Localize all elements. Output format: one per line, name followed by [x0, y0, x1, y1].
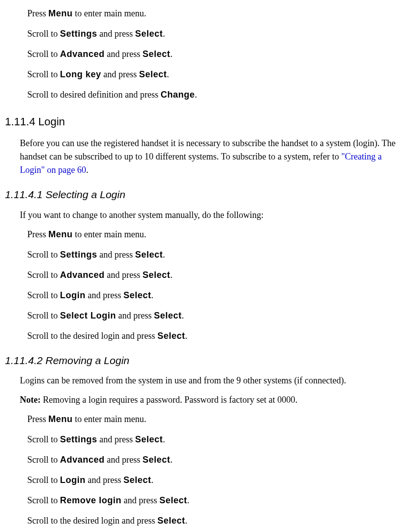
menu-key: Login [60, 475, 85, 485]
menu-key: Select [143, 49, 171, 59]
step-text: and press [85, 290, 121, 300]
menu-key: Menu [49, 229, 73, 239]
menu-key: Select [123, 475, 151, 485]
step-text: Scroll to desired definition and press [27, 90, 158, 100]
step-text: and press [105, 455, 140, 465]
step-text: . [163, 29, 166, 39]
menu-key: Select [160, 495, 187, 505]
menu-key: Menu [49, 414, 73, 424]
step-item: Press Menu to enter main menu. [27, 7, 396, 20]
step-text: . [163, 434, 166, 444]
step-item: Scroll to Settings and press Select. [27, 433, 396, 446]
step-text: and press [97, 250, 133, 260]
step-text: Scroll to [27, 250, 58, 260]
step-item: Scroll to the desired login and press Se… [27, 329, 396, 343]
removing-login-heading: 1.11.4.2 Removing a Login [5, 353, 396, 369]
menu-key: Menu [49, 8, 73, 18]
selecting-login-heading: 1.11.4.1 Selecting a Login [5, 187, 396, 203]
step-text: to enter main menu. [73, 229, 146, 239]
step-text: and press [97, 29, 133, 39]
step-text: Press [27, 414, 46, 424]
step-text: and press [105, 49, 140, 59]
step-text: and press [97, 434, 133, 444]
step-text: . [185, 516, 188, 526]
menu-key: Remove login [60, 495, 121, 505]
step-text: . [151, 475, 154, 485]
section-a-steps: Press Menu to enter main menu. Scroll to… [5, 7, 396, 102]
menu-key: Login [60, 290, 85, 300]
selecting-steps: Press Menu to enter main menu. Scroll to… [5, 228, 396, 343]
step-text: Press [27, 229, 46, 239]
step-text: Scroll to the desired login and press [27, 331, 155, 341]
step-text: . [171, 455, 173, 465]
login-heading: 1.11.4 Login [5, 113, 396, 130]
step-text: and press [116, 311, 152, 320]
removing-steps: Press Menu to enter main menu. Scroll to… [5, 413, 396, 532]
step-text: Scroll to [27, 290, 58, 300]
step-text: Scroll to [27, 49, 58, 59]
step-text: Scroll to [27, 475, 58, 485]
step-text: to enter main menu. [73, 414, 146, 424]
step-text: . [171, 49, 173, 59]
step-text: and press [121, 495, 157, 505]
menu-key: Select [123, 290, 151, 300]
note-label: Note: [20, 395, 41, 405]
step-item: Scroll to Settings and press Select. [27, 248, 396, 262]
step-text: Scroll to [27, 69, 58, 79]
menu-key: Select [143, 270, 171, 280]
step-item: Scroll to Login and press Select. [27, 289, 396, 302]
menu-key: Select Login [60, 311, 116, 320]
step-item: Scroll to Remove login and press Select. [27, 494, 396, 507]
step-item: Scroll to Login and press Select. [27, 474, 396, 487]
removing-note: Note: Removing a login requires a passwo… [20, 393, 396, 407]
menu-key: Settings [60, 29, 97, 39]
step-text: . [167, 69, 170, 79]
menu-key: Select [135, 29, 163, 39]
menu-key: Settings [60, 434, 97, 444]
step-item: Scroll to Long key and press Select. [27, 68, 396, 81]
step-text: . [163, 250, 166, 260]
step-text: Scroll to [27, 311, 58, 320]
step-text: . [151, 290, 154, 300]
step-text: Scroll to [27, 270, 58, 280]
step-text: . [182, 311, 184, 320]
step-item: Press Menu to enter main menu. [27, 413, 396, 426]
step-text: Press [27, 8, 46, 18]
menu-key: Select [154, 311, 182, 320]
note-text: Removing a login requires a password. Pa… [41, 395, 297, 405]
step-text: and press [101, 69, 137, 79]
step-text: Scroll to [27, 434, 58, 444]
menu-key: Select [157, 331, 185, 341]
paragraph-text: . [86, 165, 89, 175]
removing-intro: Logins can be removed from the system in… [20, 374, 396, 387]
step-text: and press [105, 270, 140, 280]
menu-key: Advanced [60, 49, 105, 59]
menu-key: Select [143, 455, 171, 465]
step-text: . [195, 90, 197, 100]
step-text: Scroll to [27, 29, 58, 39]
step-text: . [185, 331, 188, 341]
menu-key: Advanced [60, 270, 105, 280]
step-text: . [171, 270, 173, 280]
step-text: Scroll to [27, 455, 58, 465]
menu-key: Select [135, 434, 163, 444]
step-text: and press [85, 475, 121, 485]
step-item: Scroll to Advanced and press Select. [27, 48, 396, 61]
menu-key: Settings [60, 250, 97, 260]
menu-key: Advanced [60, 455, 105, 465]
step-item: Scroll to the desired login and press Se… [27, 514, 396, 528]
selecting-intro: If you want to change to another system … [20, 209, 396, 222]
paragraph-text: Before you can use the registered handse… [20, 138, 396, 161]
step-item: Scroll to Settings and press Select. [27, 27, 396, 41]
login-paragraph: Before you can use the registered handse… [20, 137, 396, 177]
step-text: Scroll to the desired login and press [27, 516, 155, 526]
step-item: Scroll to Advanced and press Select. [27, 268, 396, 282]
step-item: Scroll to Select Login and press Select. [27, 309, 396, 322]
step-text: . [187, 495, 190, 505]
menu-key: Select [157, 516, 185, 526]
menu-key: Select [139, 69, 167, 79]
step-item: Scroll to Advanced and press Select. [27, 453, 396, 467]
menu-key: Long key [60, 69, 101, 79]
step-item: Press Menu to enter main menu. [27, 228, 396, 241]
step-text: to enter main menu. [73, 8, 146, 18]
